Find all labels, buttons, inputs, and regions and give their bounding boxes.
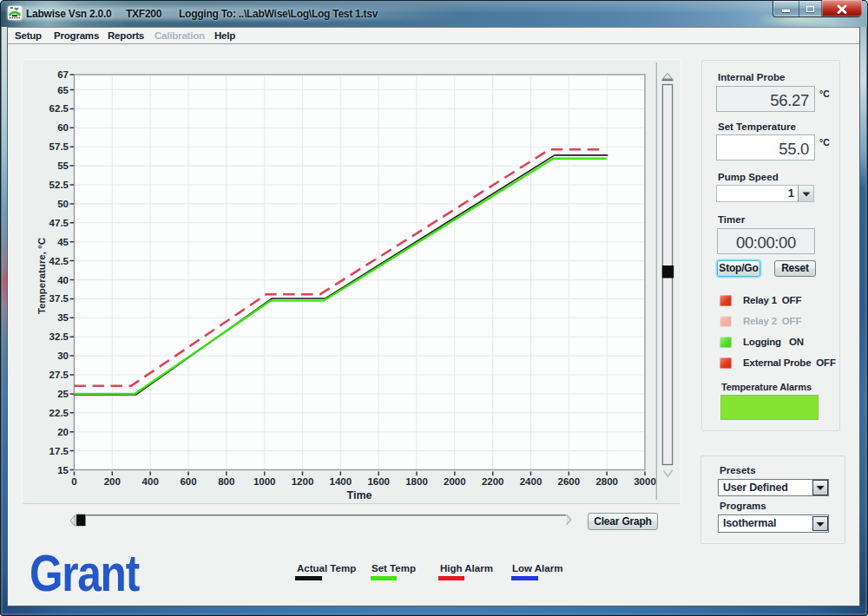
svg-text:1200: 1200	[292, 476, 314, 487]
svg-text:65: 65	[57, 85, 69, 95]
svg-text:60: 60	[57, 122, 69, 133]
svg-text:67: 67	[57, 69, 69, 80]
svg-text:22.5: 22.5	[49, 408, 69, 418]
svg-text:52.5: 52.5	[49, 180, 69, 190]
svg-text:32.5: 32.5	[49, 331, 69, 342]
svg-text:50: 50	[57, 199, 69, 209]
svg-text:42.5: 42.5	[49, 256, 69, 266]
svg-text:600: 600	[180, 476, 196, 487]
svg-text:400: 400	[142, 476, 159, 487]
svg-text:25: 25	[57, 389, 69, 399]
svg-text:2200: 2200	[482, 476, 504, 487]
svg-text:2400: 2400	[520, 476, 542, 487]
svg-text:3000: 3000	[634, 476, 656, 487]
svg-text:2800: 2800	[595, 476, 618, 487]
svg-text:800: 800	[218, 476, 234, 487]
svg-text:27.5: 27.5	[49, 370, 69, 380]
svg-text:2000: 2000	[444, 476, 466, 487]
svg-text:2600: 2600	[558, 476, 581, 487]
svg-text:35: 35	[57, 312, 69, 323]
svg-text:Temperature, °C: Temperature, °C	[36, 238, 47, 314]
svg-text:62.5: 62.5	[49, 103, 69, 114]
svg-text:37.5: 37.5	[49, 293, 69, 304]
svg-text:17.5: 17.5	[49, 446, 69, 456]
svg-text:40: 40	[57, 275, 69, 285]
svg-text:1600: 1600	[367, 476, 390, 487]
svg-text:15: 15	[57, 465, 69, 475]
svg-text:1400: 1400	[330, 476, 352, 487]
svg-text:45: 45	[57, 237, 69, 247]
svg-text:1800: 1800	[405, 476, 428, 487]
svg-text:55: 55	[57, 161, 69, 171]
svg-text:20: 20	[57, 427, 69, 437]
svg-text:0: 0	[71, 476, 76, 487]
svg-text:200: 200	[104, 476, 121, 487]
svg-text:1000: 1000	[253, 476, 276, 487]
svg-text:Time: Time	[347, 489, 372, 501]
svg-text:30: 30	[57, 351, 69, 361]
svg-text:57.5: 57.5	[49, 141, 69, 152]
svg-text:47.5: 47.5	[49, 218, 69, 228]
